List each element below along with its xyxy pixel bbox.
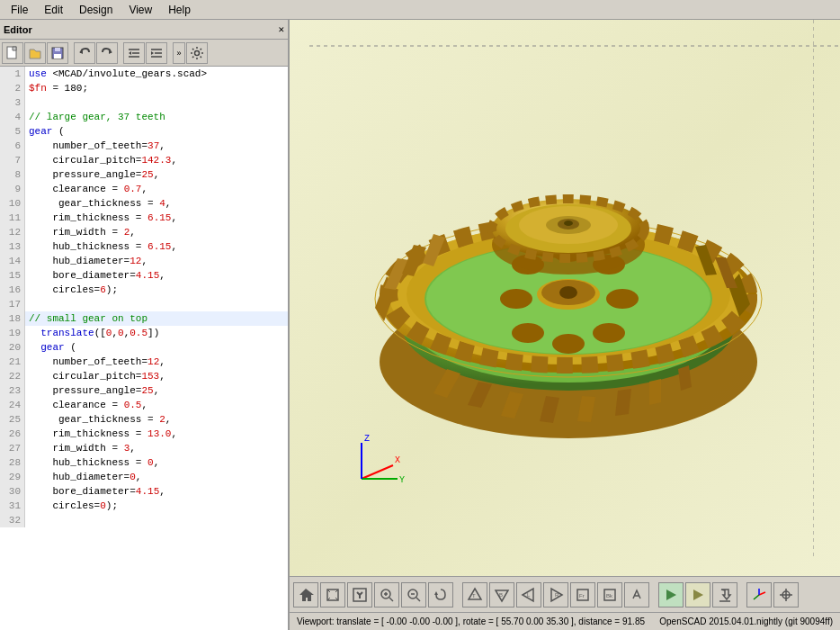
editor-title: Editor [4, 24, 32, 35]
svg-point-27 [606, 289, 639, 309]
redo-button[interactable] [96, 42, 118, 64]
render-full-button[interactable] [685, 582, 710, 608]
code-line-12: 12 rim_width = 2, [0, 225, 288, 239]
view-crosshair-button[interactable] [773, 582, 799, 608]
svg-point-35 [559, 286, 577, 299]
zoom-in-button[interactable] [374, 582, 399, 608]
editor-panel: Editor ✕ [0, 20, 290, 630]
settings-button[interactable] [186, 42, 208, 64]
code-line-32: 32 [0, 513, 288, 527]
svg-text:T: T [472, 593, 476, 598]
code-line-15: 15 bore_diameter=4.15, [0, 268, 288, 283]
view-axes-button[interactable] [746, 582, 772, 608]
svg-line-64 [389, 598, 393, 601]
svg-rect-2 [55, 48, 60, 51]
svg-point-14 [195, 50, 200, 55]
svg-text:R: R [555, 592, 559, 598]
menu-file[interactable]: File [4, 2, 35, 18]
svg-marker-68 [434, 591, 438, 595]
code-line-8: 8 pressure_angle=25, [0, 167, 288, 182]
3d-viewport[interactable]: X Y Z [290, 20, 840, 576]
svg-line-85 [759, 592, 765, 595]
code-line-30: 30 bore_diameter=4.15, [0, 484, 288, 499]
code-line-9: 9 clearance = 0.7, [0, 182, 288, 196]
menu-help[interactable]: Help [161, 2, 198, 18]
render-preview-button[interactable] [658, 582, 684, 608]
undo-button[interactable] [74, 42, 95, 64]
view-perspective-button[interactable] [320, 582, 345, 608]
svg-text:B: B [499, 592, 503, 598]
view-bottom-button[interactable]: B [489, 582, 514, 608]
code-line-27: 27 rim_width = 3, [0, 441, 288, 455]
svg-text:Bk: Bk [606, 593, 613, 598]
more-button[interactable]: » [173, 42, 185, 64]
code-editor[interactable]: 1 use <MCAD/involute_gears.scad> 2 $fn =… [0, 67, 288, 630]
view-toolbar: T B L R Fr Bk [290, 576, 840, 612]
render-export-button[interactable] [712, 582, 737, 608]
editor-toolbar: » [0, 40, 288, 67]
view-home-button[interactable] [293, 582, 318, 608]
view-back-button[interactable]: Bk [597, 582, 622, 608]
code-line-22: 22 circular_pitch=153, [0, 369, 288, 383]
code-line-31: 31 circles=0); [0, 499, 288, 513]
code-line-26: 26 rim_thickness = 13.0, [0, 427, 288, 441]
code-line-20: 20 gear ( [0, 340, 288, 355]
svg-line-44 [362, 465, 393, 479]
svg-marker-82 [666, 590, 676, 600]
menu-view[interactable]: View [121, 2, 159, 18]
editor-close-button[interactable]: ✕ [278, 23, 284, 35]
svg-text:Z: Z [364, 434, 370, 444]
menu-edit[interactable]: Edit [37, 2, 70, 18]
new-file-button[interactable] [2, 42, 23, 64]
rotate-reset-button[interactable] [428, 582, 453, 608]
svg-point-28 [593, 323, 625, 343]
version-info: OpenSCAD 2015.04.01.nightly (git 90094ff… [659, 616, 833, 626]
code-line-21: 21 number_of_teeth=12, [0, 355, 288, 369]
zoom-out-button[interactable] [401, 582, 426, 608]
main-layout: Editor ✕ [0, 20, 840, 630]
code-line-28: 28 hub_thickness = 0, [0, 455, 288, 470]
code-line-18: 18 // small gear on top [0, 311, 288, 326]
code-line-5: 5 gear ( [0, 124, 288, 139]
view-left-button[interactable]: L [516, 582, 541, 608]
svg-point-31 [500, 289, 532, 309]
menu-bar: File Edit Design View Help [0, 0, 840, 20]
small-gear [492, 199, 645, 274]
code-line-6: 6 number_of_teeth=37, [0, 139, 288, 153]
svg-marker-13 [151, 51, 154, 55]
svg-line-67 [416, 598, 420, 601]
ruler-right [813, 20, 840, 560]
svg-text:Fr: Fr [579, 593, 585, 598]
viewport-info: Viewport: translate = [ -0.00 -0.00 -0.0… [297, 616, 645, 626]
svg-point-43 [564, 220, 573, 226]
svg-point-29 [552, 334, 585, 354]
axis-indicator: X Y Z [362, 434, 405, 485]
code-line-16: 16 circles=6); [0, 283, 288, 297]
svg-rect-3 [54, 54, 61, 58]
svg-point-30 [512, 323, 544, 343]
indent-less-button[interactable] [123, 42, 145, 64]
view-diagonal-button[interactable] [624, 582, 649, 608]
indent-more-button[interactable] [146, 42, 167, 64]
view-right-button[interactable]: R [543, 582, 568, 608]
code-line-29: 29 hub_diameter=0, [0, 470, 288, 484]
zoom-fit-button[interactable] [347, 582, 372, 608]
save-file-button[interactable] [47, 42, 68, 64]
code-line-10: 10 gear_thickness = 4, [0, 196, 288, 211]
code-line-19: 19 translate([0,0,0.5]) [0, 326, 288, 340]
code-line-24: 24 clearance = 0.5, [0, 398, 288, 412]
menu-design[interactable]: Design [72, 2, 120, 18]
svg-text:L: L [527, 592, 531, 598]
view-status-bar: Viewport: translate = [ -0.00 -0.00 -0.0… [290, 612, 840, 630]
code-line-7: 7 circular_pitch=142.3, [0, 153, 288, 167]
svg-text:Y: Y [399, 475, 405, 485]
code-line-2: 2 $fn = 180; [0, 81, 288, 95]
view-front-button[interactable]: Fr [570, 582, 595, 608]
ruler-top [309, 20, 840, 47]
code-line-13: 13 hub_thickness = 6.15, [0, 239, 288, 254]
open-file-button[interactable] [24, 42, 46, 64]
code-line-3: 3 [0, 95, 288, 110]
view-top-button[interactable]: T [462, 582, 487, 608]
svg-line-87 [754, 595, 759, 599]
gear-render: X Y Z [317, 29, 820, 551]
